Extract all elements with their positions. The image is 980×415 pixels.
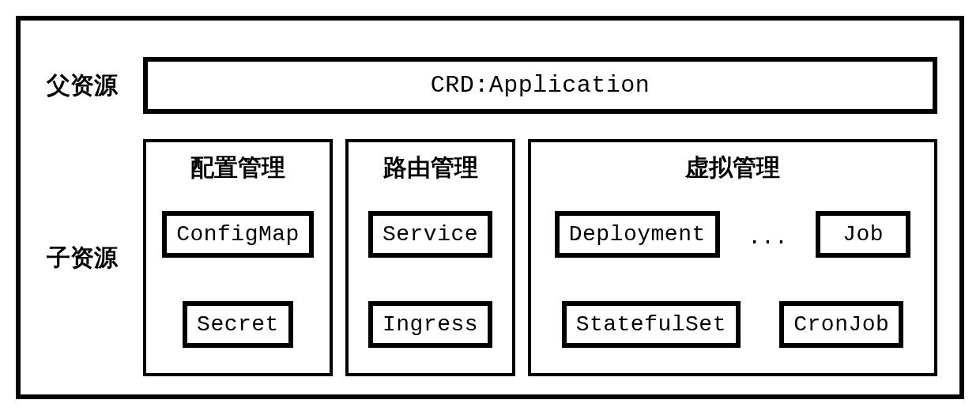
config-group-title: 配置管理 (190, 152, 285, 184)
cronjob-item: CronJob (779, 301, 903, 348)
virtual-group-title: 虚拟管理 (685, 152, 780, 184)
ellipsis: ... (744, 225, 790, 258)
statefulset-item: StatefulSet (562, 301, 741, 348)
child-groups: 配置管理 ConfigMap Secret 路由管理 Service (143, 139, 937, 376)
parent-resource-label: 父资源 (21, 70, 143, 102)
route-group-title: 路由管理 (383, 152, 478, 184)
child-resource-label: 子资源 (21, 242, 143, 274)
secret-item: Secret (183, 301, 293, 348)
service-item: Service (368, 211, 492, 258)
deployment-item: Deployment (555, 211, 720, 258)
configmap-item: ConfigMap (162, 211, 314, 258)
diagram-frame: 父资源 CRD:Application 子资源 配置管理 ConfigMap S… (16, 16, 964, 399)
config-management-group: 配置管理 ConfigMap Secret (143, 139, 333, 376)
ingress-item: Ingress (368, 301, 492, 348)
route-management-group: 路由管理 Service Ingress (345, 139, 515, 376)
child-row: 子资源 配置管理 ConfigMap Secret 路由管理 Service (21, 139, 959, 376)
virtual-management-group: 虚拟管理 Deployment ... Job StatefulSet Cron… (528, 139, 937, 376)
crd-application-box: CRD:Application (143, 57, 937, 114)
parent-row: 父资源 CRD:Application (21, 54, 959, 117)
job-item: Job (816, 211, 910, 258)
